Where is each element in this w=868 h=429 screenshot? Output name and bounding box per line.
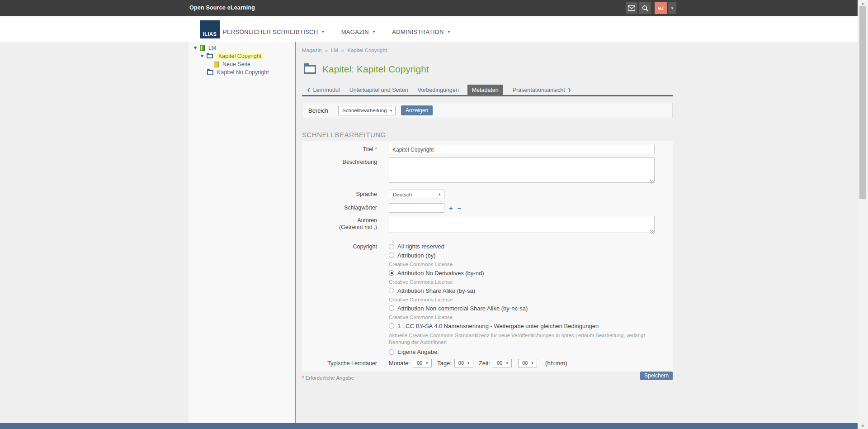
tree-item-label: Kapitel No Copyright bbox=[217, 69, 269, 76]
vertical-scrollbar[interactable]: ▲ ▼ bbox=[858, 0, 868, 429]
zeit-stunden-select[interactable]: 00 ▼ bbox=[493, 359, 512, 367]
menu-label: ADMINISTRATION bbox=[392, 29, 443, 35]
tree-item-kapitel-no-copyright[interactable]: Kapitel No Copyright bbox=[189, 68, 295, 76]
radio-button[interactable] bbox=[389, 288, 394, 293]
schlagwoerter-row: Schlagwörter + − bbox=[302, 203, 673, 213]
tage-label: Tage: bbox=[437, 360, 452, 367]
tab-label: Präsentationsansicht bbox=[513, 87, 565, 93]
scroll-up-arrow-icon[interactable]: ▲ bbox=[858, 0, 868, 6]
tree-item-neue-seite[interactable]: Neue Seite bbox=[189, 60, 295, 68]
breadcrumb-separator: » bbox=[341, 48, 344, 53]
breadcrumb-lm[interactable]: LM bbox=[331, 48, 338, 53]
site-title: Open Source eLearning bbox=[189, 5, 255, 11]
copyright-option-eigene-angabe[interactable]: Eigene Angabe: bbox=[389, 348, 651, 357]
tab-label: Unterkapitel und Seiten bbox=[349, 87, 408, 93]
lerndauer-label: Typische Lerndauer bbox=[302, 359, 389, 367]
form-footer: * Erforderliche Angabe Speichern bbox=[302, 372, 673, 381]
main-navbar: ILIAS PERSÖNLICHER SCHREIBTISCH ▼ MAGAZI… bbox=[0, 16, 858, 42]
schlagwoerter-input[interactable] bbox=[389, 203, 444, 213]
radio-button[interactable] bbox=[389, 244, 394, 249]
required-asterisk: * bbox=[302, 375, 304, 381]
footer-bar bbox=[0, 423, 858, 429]
copyright-row: Copyright All rights reserved Attributio… bbox=[302, 242, 673, 357]
radio-button[interactable] bbox=[389, 270, 394, 276]
cc-license-note: Creative Commons License bbox=[389, 260, 651, 269]
tab-label: Lernmodul bbox=[313, 87, 340, 93]
select-value: 00 bbox=[458, 360, 464, 366]
zeit-minuten-select[interactable]: 00 ▼ bbox=[518, 359, 537, 367]
autoren-textarea[interactable] bbox=[389, 216, 655, 233]
resize-grip-icon[interactable] bbox=[650, 180, 654, 184]
required-asterisk: * bbox=[375, 146, 377, 153]
search-button[interactable] bbox=[639, 2, 651, 14]
copyright-option-by-sa[interactable]: Attribution Share Alike (by-sa) bbox=[389, 286, 651, 296]
monate-label: Monate: bbox=[389, 360, 410, 367]
speichern-button[interactable]: Speichern bbox=[640, 372, 673, 380]
lerndauer-controls: Monate: 00 ▼ Tage: 00 ▼ Zeit: 00 ▼ bbox=[389, 359, 567, 367]
section-heading: SCHNELLBEARBEITUNG bbox=[302, 131, 673, 141]
sprache-select[interactable]: Deutsch ▼ bbox=[389, 190, 444, 199]
resize-grip-icon[interactable] bbox=[650, 230, 654, 234]
radio-button[interactable] bbox=[389, 253, 394, 258]
breadcrumb-separator: » bbox=[325, 48, 327, 53]
tree-item-label-highlighted: Kapitel Copyright bbox=[217, 52, 263, 60]
select-value: 00 bbox=[417, 360, 422, 366]
cc-license-description: Aktuelle Creative Commons-Standardlizenz… bbox=[389, 330, 651, 348]
copyright-options: All rights reserved Attribution (by) Cre… bbox=[389, 242, 651, 357]
cc-license-note: Creative Commons License bbox=[389, 313, 651, 322]
radio-button[interactable] bbox=[389, 349, 394, 355]
menu-persoenlicher-schreibtisch[interactable]: PERSÖNLICHER SCHREIBTISCH ▼ bbox=[223, 29, 325, 35]
bereich-select[interactable]: Schnellbearbeitung ▼ bbox=[338, 106, 396, 115]
chevron-left-icon: ❮ bbox=[307, 88, 311, 92]
menu-magazin[interactable]: MAGAZIN ▼ bbox=[341, 29, 376, 35]
metadata-form: Titel * Beschreibung Sprache Deutsch ▼ S… bbox=[302, 141, 673, 372]
tage-select[interactable]: 00 ▼ bbox=[454, 359, 473, 367]
page-title: Kapitel: Kapitel Copyright bbox=[322, 64, 429, 75]
chevron-down-icon: ▼ bbox=[390, 109, 393, 112]
beschreibung-row: Beschreibung bbox=[302, 157, 673, 185]
ilias-logo[interactable]: ILIAS bbox=[200, 20, 220, 38]
user-menu-caret[interactable]: ▼ bbox=[668, 2, 676, 14]
chevron-right-icon: ❯ bbox=[568, 88, 571, 92]
top-bar: Open Source eLearning ez ▼ bbox=[0, 0, 858, 16]
copyright-option-by[interactable]: Attribution (by) bbox=[389, 251, 651, 260]
chapter-folder-icon bbox=[207, 54, 213, 58]
breadcrumb-magazin[interactable]: Magazin bbox=[302, 48, 321, 53]
tab-back-lernmodul[interactable]: ❮ Lernmodul bbox=[307, 85, 340, 95]
scroll-down-arrow-icon[interactable]: ▼ bbox=[858, 423, 868, 429]
tree-item-lm[interactable]: LM bbox=[189, 44, 295, 52]
chevron-down-icon: ▼ bbox=[670, 6, 674, 10]
tab-metadaten[interactable]: Metadaten bbox=[467, 85, 503, 95]
copyright-option-all-rights[interactable]: All rights reserved bbox=[389, 242, 651, 251]
copyright-option-by-nd[interactable]: Attribution No Derivatives (by-nd) bbox=[389, 269, 651, 278]
radio-button[interactable] bbox=[389, 305, 394, 311]
breadcrumb: Magazin » LM » Kapitel Copyright bbox=[302, 48, 673, 53]
copyright-label: Copyright bbox=[302, 242, 389, 357]
tab-unterkapitel-und-seiten[interactable]: Unterkapitel und Seiten bbox=[349, 85, 408, 95]
tab-forward-praesentationsansicht[interactable]: Präsentationsansicht ❯ bbox=[513, 85, 571, 95]
anzeigen-button[interactable]: Anzeigen bbox=[401, 105, 433, 115]
titel-input[interactable] bbox=[389, 145, 655, 154]
mail-button[interactable] bbox=[626, 2, 637, 14]
learning-module-icon bbox=[200, 45, 205, 51]
cc-license-note: Creative Commons License bbox=[389, 295, 651, 304]
tab-label: Vorbedingungen bbox=[418, 87, 459, 93]
copyright-option-by-nc-sa[interactable]: Attribution Non-commercial Share Alike (… bbox=[389, 304, 651, 313]
add-keyword-button[interactable]: + bbox=[449, 203, 453, 213]
user-avatar[interactable]: ez bbox=[655, 2, 667, 14]
cc-license-note: Creative Commons License bbox=[389, 277, 651, 286]
scrollbar-thumb[interactable] bbox=[859, 6, 866, 199]
radio-button[interactable] bbox=[389, 323, 394, 329]
tree-item-kapitel-copyright[interactable]: Kapitel Copyright bbox=[189, 52, 295, 60]
tab-vorbedingungen[interactable]: Vorbedingungen bbox=[418, 85, 459, 95]
menu-administration[interactable]: ADMINISTRATION ▼ bbox=[392, 29, 451, 35]
beschreibung-label: Beschreibung bbox=[302, 157, 389, 185]
tree-expand-icon[interactable] bbox=[200, 55, 204, 57]
monate-select[interactable]: 00 ▼ bbox=[413, 359, 432, 367]
breadcrumb-kapitel-copyright[interactable]: Kapitel Copyright bbox=[347, 48, 387, 53]
copyright-option-cc-by-sa-40[interactable]: 1 : CC BY-SA 4.0 Namensnennung - Weiterg… bbox=[389, 322, 651, 331]
remove-keyword-button[interactable]: − bbox=[458, 203, 462, 213]
tree-expand-icon[interactable] bbox=[193, 47, 197, 49]
beschreibung-textarea[interactable] bbox=[389, 157, 655, 183]
tab-bar: ❮ Lernmodul Unterkapitel und Seiten Vorb… bbox=[302, 85, 673, 96]
